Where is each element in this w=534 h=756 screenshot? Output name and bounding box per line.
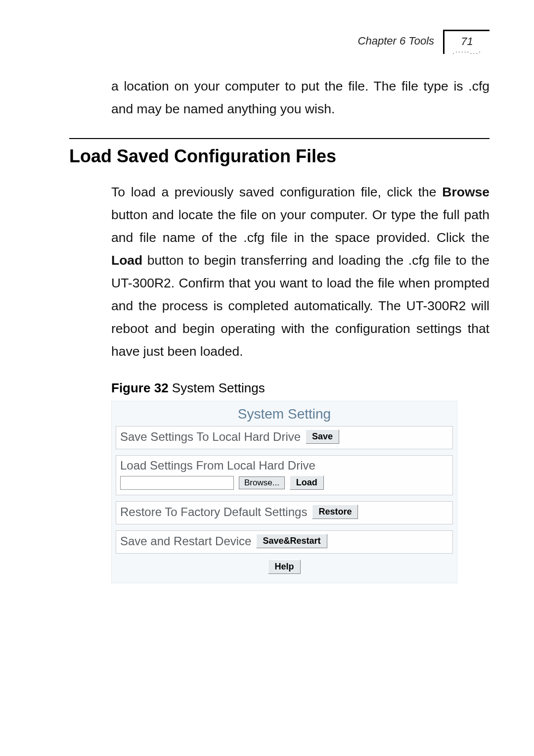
load-settings-panel: Load Settings From Local Hard Drive Brow… <box>116 455 453 495</box>
load-settings-label: Load Settings From Local Hard Drive <box>120 459 448 472</box>
save-button[interactable]: Save <box>306 429 339 444</box>
header-ornament-icon: .·····...· <box>452 49 482 54</box>
help-wrap: Help <box>116 560 453 574</box>
page-number: 71 <box>452 35 482 48</box>
save-settings-label: Save Settings To Local Hard Drive <box>120 430 301 444</box>
page-number-box: 71 .·····...· <box>443 30 490 54</box>
browse-button[interactable]: Browse... <box>239 476 285 489</box>
text-fragment: To load a previously saved configuration… <box>111 185 442 199</box>
restore-button[interactable]: Restore <box>312 505 358 519</box>
restart-panel: Save and Restart Device Save&Restart <box>116 530 453 554</box>
system-setting-title: System Setting <box>116 406 453 422</box>
restart-label: Save and Restart Device <box>120 534 251 548</box>
text-fragment: button and locate the file on your compu… <box>111 207 490 245</box>
save-settings-panel: Save Settings To Local Hard Drive Save <box>116 426 453 449</box>
intro-paragraph: a location on your computer to put the f… <box>111 75 490 120</box>
load-button[interactable]: Load <box>290 475 324 490</box>
text-fragment: button to begin transferring and loading… <box>111 253 490 359</box>
section-rule <box>69 138 490 139</box>
main-paragraph: To load a previously saved configuration… <box>111 181 490 363</box>
chapter-label: Chapter 6 Tools <box>358 30 435 47</box>
panel-gap <box>116 524 453 530</box>
section-heading: Load Saved Configuration Files <box>69 146 490 167</box>
help-button[interactable]: Help <box>268 560 300 574</box>
figure-label: Figure 32 System Settings <box>111 380 490 396</box>
figure-title: System Settings <box>169 380 265 395</box>
restore-panel: Restore To Factory Default Settings Rest… <box>116 501 453 524</box>
load-bold: Load <box>111 253 142 268</box>
restore-label: Restore To Factory Default Settings <box>120 505 307 519</box>
panel-gap <box>116 495 453 501</box>
file-path-input[interactable] <box>120 476 234 490</box>
system-setting-figure: System Setting Save Settings To Local Ha… <box>111 401 457 583</box>
figure-number: Figure 32 <box>111 380 169 395</box>
save-restart-button[interactable]: Save&Restart <box>256 534 327 548</box>
panel-gap <box>116 449 453 455</box>
browse-bold: Browse <box>442 185 490 199</box>
page-header: Chapter 6 Tools 71 .·····...· <box>69 30 490 54</box>
page-root: Chapter 6 Tools 71 .·····...· a location… <box>0 0 534 756</box>
